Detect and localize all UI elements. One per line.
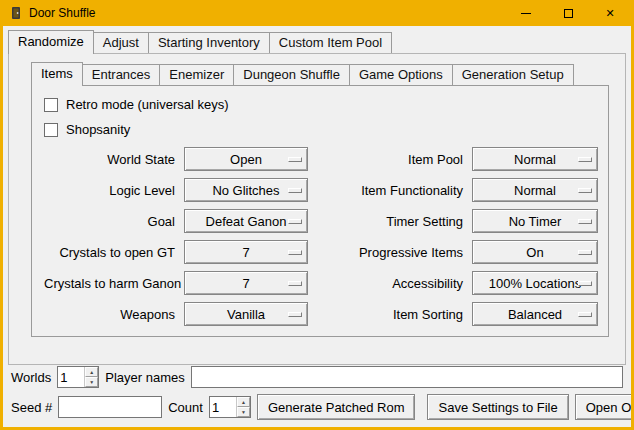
accessibility-dropdown[interactable]: 100% Locations	[472, 271, 598, 295]
minimize-button[interactable]	[505, 0, 547, 26]
app-icon	[8, 5, 24, 21]
item-sorting-label: Item Sorting	[332, 307, 472, 322]
item-functionality-value: Normal	[514, 183, 556, 198]
items-form: World State Open Item Pool Normal Logic …	[44, 147, 596, 326]
dropdown-indicator-icon	[288, 188, 302, 193]
crystals-open-gt-label: Crystals to open GT	[44, 245, 184, 260]
item-pool-value: Normal	[514, 152, 556, 167]
item-sorting-dropdown[interactable]: Balanced	[472, 302, 598, 326]
tab-dungeon-shuffle[interactable]: Dungeon Shuffle	[233, 64, 350, 85]
logic-level-label: Logic Level	[44, 183, 184, 198]
save-settings-button[interactable]: Save Settings to File	[427, 394, 568, 420]
worlds-label: Worlds	[11, 370, 51, 385]
accessibility-label: Accessibility	[332, 276, 472, 291]
minimize-icon	[521, 13, 531, 14]
timer-setting-dropdown[interactable]: No Timer	[472, 209, 598, 233]
worlds-spinbox[interactable]: ▲ ▼	[57, 366, 99, 388]
close-icon: ✕	[605, 8, 614, 19]
count-spin-down-icon[interactable]: ▼	[237, 407, 250, 417]
progressive-items-value: On	[526, 245, 543, 260]
weapons-value: Vanilla	[227, 307, 265, 322]
retro-mode-checkbox[interactable]: Retro mode (universal keys)	[44, 97, 596, 112]
item-sorting-value: Balanced	[508, 307, 562, 322]
shopsanity-checkbox-label: Shopsanity	[66, 122, 130, 137]
player-names-input[interactable]	[191, 366, 623, 388]
retro-mode-checkbox-label: Retro mode (universal keys)	[66, 97, 229, 112]
titlebar[interactable]: Door Shuffle ✕	[3, 0, 631, 26]
open-output-directory-button[interactable]: Open Output Directory	[575, 394, 634, 420]
count-label: Count	[168, 400, 203, 415]
tab-starting-inventory[interactable]: Starting Inventory	[148, 32, 270, 53]
outer-tabbar: Randomize Adjust Starting Inventory Cust…	[8, 30, 626, 53]
count-spinbox[interactable]: ▲ ▼	[209, 396, 251, 418]
world-state-label: World State	[44, 152, 184, 167]
tab-custom-item-pool[interactable]: Custom Item Pool	[269, 32, 392, 53]
dropdown-indicator-icon	[578, 219, 592, 224]
item-pool-dropdown[interactable]: Normal	[472, 147, 598, 171]
crystals-harm-ganon-dropdown[interactable]: 7	[184, 271, 308, 295]
goal-dropdown[interactable]: Defeat Ganon	[184, 209, 308, 233]
logic-level-dropdown[interactable]: No Glitches	[184, 178, 308, 202]
world-state-dropdown[interactable]: Open	[184, 147, 308, 171]
progressive-items-label: Progressive Items	[332, 245, 472, 260]
item-pool-label: Item Pool	[332, 152, 472, 167]
tab-entrances[interactable]: Entrances	[82, 64, 161, 85]
count-spin-input[interactable]	[210, 397, 236, 417]
weapons-label: Weapons	[44, 307, 184, 322]
crystals-open-gt-dropdown[interactable]: 7	[184, 240, 308, 264]
accessibility-value: 100% Locations	[489, 276, 582, 291]
count-spin-up-icon[interactable]: ▲	[237, 397, 250, 407]
worlds-spin-up-icon[interactable]: ▲	[85, 367, 98, 377]
crystals-open-gt-value: 7	[242, 245, 249, 260]
crystals-harm-ganon-label: Crystals to harm Ganon	[44, 276, 184, 291]
timer-setting-value: No Timer	[509, 214, 562, 229]
world-state-value: Open	[230, 152, 262, 167]
dropdown-indicator-icon	[578, 312, 592, 317]
dropdown-indicator-icon	[288, 157, 302, 162]
dropdown-indicator-icon	[578, 281, 592, 286]
maximize-button[interactable]	[547, 0, 589, 26]
tab-adjust[interactable]: Adjust	[93, 32, 149, 53]
goal-value: Defeat Ganon	[206, 214, 287, 229]
dropdown-indicator-icon	[288, 312, 302, 317]
timer-setting-label: Timer Setting	[332, 214, 472, 229]
window-title: Door Shuffle	[29, 6, 96, 20]
dropdown-indicator-icon	[288, 219, 302, 224]
seed-label: Seed #	[11, 400, 52, 415]
crystals-harm-ganon-value: 7	[242, 276, 249, 291]
worlds-spin-down-icon[interactable]: ▼	[85, 377, 98, 387]
items-pane: Retro mode (universal keys) Shopsanity W…	[31, 85, 609, 337]
progressive-items-dropdown[interactable]: On	[472, 240, 598, 264]
dropdown-indicator-icon	[578, 157, 592, 162]
item-functionality-dropdown[interactable]: Normal	[472, 178, 598, 202]
player-names-label: Player names	[105, 370, 184, 385]
logic-level-value: No Glitches	[212, 183, 279, 198]
app-window: Door Shuffle ✕ Randomize Adjust Starting…	[0, 0, 634, 430]
shopsanity-checkbox-box[interactable]	[44, 123, 58, 137]
dropdown-indicator-icon	[578, 250, 592, 255]
dropdown-indicator-icon	[288, 281, 302, 286]
maximize-icon	[564, 9, 573, 18]
randomize-pane: Items Entrances Enemizer Dungeon Shuffle…	[8, 53, 626, 365]
weapons-dropdown[interactable]: Vanilla	[184, 302, 308, 326]
tab-items[interactable]: Items	[31, 62, 83, 86]
dropdown-indicator-icon	[578, 188, 592, 193]
bottom-bar: Worlds ▲ ▼ Player names Seed # Count ▲ ▼	[3, 366, 631, 427]
tab-enemizer[interactable]: Enemizer	[159, 64, 234, 85]
goal-label: Goal	[44, 214, 184, 229]
shopsanity-checkbox[interactable]: Shopsanity	[44, 122, 596, 137]
close-button[interactable]: ✕	[589, 0, 631, 26]
tab-game-options[interactable]: Game Options	[349, 64, 453, 85]
retro-mode-checkbox-box[interactable]	[44, 98, 58, 112]
generate-patched-rom-button[interactable]: Generate Patched Rom	[257, 394, 416, 420]
tab-randomize[interactable]: Randomize	[8, 30, 94, 54]
tab-generation-setup[interactable]: Generation Setup	[452, 64, 574, 85]
seed-input[interactable]	[58, 396, 162, 418]
worlds-spin-input[interactable]	[58, 367, 84, 387]
item-functionality-label: Item Functionality	[332, 183, 472, 198]
inner-tabbar: Items Entrances Enemizer Dungeon Shuffle…	[31, 62, 617, 85]
dropdown-indicator-icon	[288, 250, 302, 255]
